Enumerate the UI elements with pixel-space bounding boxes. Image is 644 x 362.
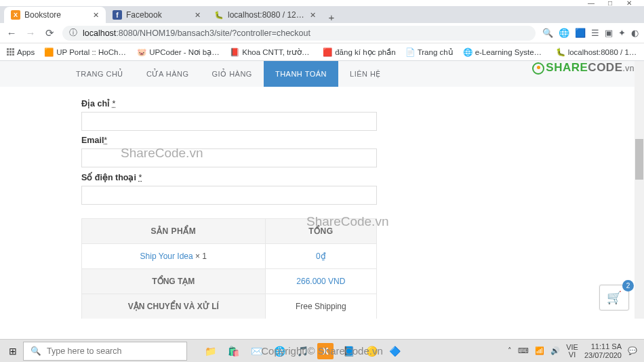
tray-up-icon[interactable]: ˄ — [508, 346, 512, 355]
site-info-icon[interactable]: ⓘ — [69, 27, 77, 39]
bookmark-item[interactable]: 🐷UPCoder - Nơi bạn… — [137, 47, 220, 57]
subtotal-value: 266.000 VND — [265, 269, 376, 294]
close-icon[interactable]: ✕ — [195, 11, 201, 20]
watermark-logo: SHARECODE.vn — [532, 61, 635, 75]
tray-volume-icon[interactable]: 🔊 — [550, 346, 560, 355]
col-product: SẢN PHẨM — [82, 219, 266, 244]
nav-store[interactable]: CỬA HÀNG — [135, 61, 201, 87]
omnibox[interactable]: ⓘ localhost:8080/NHOM19/bansach3/site/?c… — [62, 26, 536, 41]
start-button[interactable]: ⊞ — [3, 346, 23, 357]
new-tab-button[interactable]: + — [323, 12, 340, 23]
col-total: TỔNG — [265, 219, 376, 244]
task-store-icon[interactable]: 🛍️ — [225, 343, 241, 359]
xampp-icon: X — [11, 10, 20, 20]
close-icon[interactable]: ✕ — [310, 11, 316, 20]
task-word-icon[interactable]: 📘 — [340, 343, 357, 359]
shipping-value: Free Shipping — [265, 294, 376, 319]
email-input[interactable] — [81, 148, 377, 167]
task-edge-icon[interactable]: 🌐 — [271, 343, 287, 359]
bookmark-item[interactable]: 📄Trang chủ — [405, 47, 454, 57]
tray-wifi-icon[interactable]: 📶 — [535, 346, 544, 355]
bookmark-item[interactable]: 🟧UP Portal :: HoChiM… — [44, 47, 127, 57]
window-minimize[interactable]: — — [582, 0, 601, 7]
scroll-thumb[interactable] — [635, 139, 643, 180]
back-button[interactable]: ← — [5, 27, 18, 39]
tab-title: localhost:8080 / 127.0.0.1 / book… — [228, 10, 306, 20]
subtotal-row: TỔNG TẠM 266.000 VND — [82, 269, 377, 294]
extensions-menu-icon[interactable]: ✦ — [618, 28, 626, 38]
shipping-label: VẬN CHUYỂN VÀ XỬ LÍ — [82, 294, 266, 319]
address-label: Địa chỉ * — [81, 98, 393, 108]
browser-tab-facebook[interactable]: f Facebook ✕ — [106, 7, 207, 23]
taskbar-search[interactable]: 🔍 Type here to search — [23, 342, 187, 361]
phpmyadmin-icon: 🐛 — [214, 10, 224, 20]
translate-icon[interactable]: 🌐 — [559, 28, 569, 38]
apps-button[interactable]: Apps — [7, 48, 35, 56]
bookmark-bar: Apps 🟧UP Portal :: HoChiM… 🐷UPCoder - Nơ… — [0, 43, 644, 61]
address-input[interactable] — [81, 112, 377, 131]
tabstrip: X Bookstore ✕ f Facebook ✕ 🐛 localhost:8… — [0, 6, 644, 23]
bk-icon: 📕 — [230, 47, 239, 57]
subtotal-label: TỔNG TẠM — [82, 269, 266, 294]
shipping-row: VẬN CHUYỂN VÀ XỬ LÍ Free Shipping — [82, 294, 377, 319]
tray-notifications-icon[interactable]: 💬 — [628, 346, 637, 355]
bk-icon: 🟧 — [44, 47, 54, 57]
address-bar: ← → ⟳ ⓘ localhost:8080/NHOM19/bansach3/s… — [0, 23, 644, 43]
bk-icon: 🌐 — [463, 47, 472, 57]
order-summary-table: SẢN PHẨM TỔNG Ship Your Idea × 1 0₫ TỔNG… — [81, 218, 377, 319]
url-text: localhost:8080/NHOM19/bansach3/site/?con… — [83, 28, 310, 38]
browser-tab-bookstore[interactable]: X Bookstore ✕ — [4, 7, 106, 23]
taskbar: ⊞ 🔍 Type here to search 📁 🛍️ ✉️ 🌐 🎵 X 📘 … — [0, 339, 644, 362]
task-explorer-icon[interactable]: 📁 — [202, 343, 218, 359]
phone-label: Số điện thoại * — [81, 172, 393, 182]
task-vscode-icon[interactable]: 🔷 — [386, 343, 403, 359]
tray-lang[interactable]: VIE VI — [566, 344, 578, 359]
forward-button[interactable]: → — [24, 27, 37, 39]
task-media-icon[interactable]: 🎵 — [294, 343, 310, 359]
nav-home[interactable]: TRANG CHỦ — [64, 61, 135, 87]
profile-icon[interactable]: ◐ — [631, 28, 639, 38]
extension-icon[interactable]: 🟦 — [575, 28, 586, 38]
zoom-icon[interactable]: 🔍 — [542, 28, 553, 38]
bookmark-item[interactable]: 🐛localhost:8080 / 12… — [556, 47, 639, 57]
search-placeholder: Type here to search — [47, 346, 121, 356]
tray-keyboard-icon[interactable]: ⌨ — [518, 346, 529, 355]
cart-floating-button[interactable]: 🛒 2 — [599, 285, 629, 310]
task-mail-icon[interactable]: ✉️ — [248, 343, 264, 359]
browser-tab-phpmyadmin[interactable]: 🐛 localhost:8080 / 127.0.0.1 / book… ✕ — [207, 7, 323, 23]
bookmark-item[interactable]: 🌐e-Learning System… — [463, 47, 546, 57]
cart-badge: 2 — [622, 280, 634, 291]
task-chrome-icon[interactable]: 🟡 — [363, 343, 380, 359]
task-xampp-icon[interactable]: X — [317, 343, 334, 359]
extension-icon[interactable]: ▣ — [605, 28, 613, 38]
email-label: Email* — [81, 136, 393, 145]
facebook-icon: f — [113, 10, 122, 20]
nav-cart[interactable]: GIỎ HÀNG — [200, 61, 263, 87]
table-row: Ship Your Idea × 1 0₫ — [82, 244, 377, 269]
window-close[interactable]: ✕ — [620, 0, 639, 7]
bookmark-item[interactable]: 🟥đăng kí học phần — [323, 47, 395, 57]
nav-contact[interactable]: LIÊN HỆ — [338, 61, 393, 87]
product-link[interactable]: Ship Your Idea — [140, 252, 193, 261]
tab-title: Facebook — [126, 10, 190, 20]
search-icon: 🔍 — [31, 346, 41, 356]
bk-icon: 🟥 — [323, 47, 332, 57]
close-icon[interactable]: ✕ — [93, 11, 99, 20]
bk-icon: 📄 — [405, 47, 415, 57]
window-maximize[interactable]: □ — [601, 0, 620, 7]
item-price: 0₫ — [265, 244, 376, 269]
tab-title: Bookstore — [24, 10, 89, 20]
scrollbar[interactable] — [635, 61, 644, 319]
reader-icon[interactable]: ☰ — [591, 28, 599, 38]
bk-icon: 🐷 — [137, 47, 146, 57]
nav-checkout[interactable]: THANH TOÁN — [264, 61, 338, 87]
bookmark-item[interactable]: 📕Khoa CNTT, trường… — [230, 47, 313, 57]
phone-input[interactable] — [81, 186, 377, 205]
bk-icon: 🐛 — [556, 47, 565, 57]
tray-clock[interactable]: 11:11 SA 23/07/2020 — [584, 342, 622, 359]
product-qty: × 1 — [195, 252, 207, 261]
reload-button[interactable]: ⟳ — [43, 27, 56, 39]
